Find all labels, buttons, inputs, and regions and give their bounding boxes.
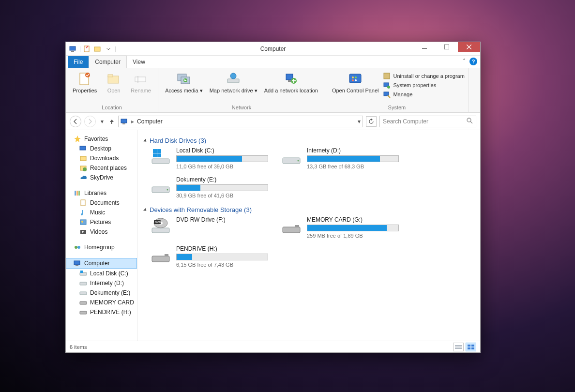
ribbon-group-system: Open Control Panel Uninstall or change a…: [325, 68, 469, 112]
svg-rect-36: [122, 123, 125, 124]
sidebar-item-skydrive[interactable]: SkyDrive: [66, 173, 137, 182]
expand-icon: [143, 208, 148, 212]
maximize-button[interactable]: [436, 42, 458, 52]
sidebar-item-memorycard-g[interactable]: MEMORY CARD: [66, 298, 137, 307]
manage-button[interactable]: Manage: [383, 90, 465, 98]
svg-rect-60: [80, 282, 87, 285]
address-dropdown-icon[interactable]: ▾: [358, 118, 361, 125]
svg-rect-44: [75, 191, 76, 196]
tab-file[interactable]: File: [68, 56, 89, 68]
view-tiles-button[interactable]: [466, 343, 476, 351]
svg-rect-21: [288, 80, 291, 82]
svg-rect-65: [153, 149, 157, 153]
close-button[interactable]: [458, 42, 480, 52]
drive-item[interactable]: DVDDVD RW Drive (F:): [150, 216, 266, 239]
forward-button: [84, 116, 96, 127]
help-icon[interactable]: ?: [469, 58, 477, 65]
drive-item[interactable]: MEMORY CARD (G:)259 MB free of 1,89 GB: [281, 216, 397, 239]
drive-free-text: 30,9 GB free of 41,6 GB: [176, 193, 268, 198]
svg-rect-62: [80, 302, 87, 304]
sidebar-item-videos[interactable]: Videos: [66, 227, 137, 237]
sidebar-item-recent[interactable]: Recent places: [66, 163, 137, 173]
svg-point-19: [230, 73, 236, 79]
title-bar: | | Computer: [66, 42, 480, 56]
sidebar-item-desktop[interactable]: Desktop: [66, 144, 137, 153]
capacity-bar: [307, 225, 399, 231]
svg-rect-25: [349, 74, 361, 83]
search-input[interactable]: [383, 118, 466, 125]
svg-rect-18: [227, 79, 239, 83]
svg-rect-41: [80, 156, 86, 161]
tab-computer[interactable]: Computer: [89, 56, 127, 68]
tab-view[interactable]: View: [127, 56, 151, 68]
navigation-row: ▾ ▸ Computer ▾: [66, 113, 480, 130]
properties-button[interactable]: Properties: [70, 70, 100, 95]
sidebar-item-music[interactable]: Music: [66, 208, 137, 217]
up-button[interactable]: [108, 119, 115, 124]
svg-rect-47: [81, 200, 85, 206]
svg-rect-66: [157, 149, 161, 153]
qat-properties-icon[interactable]: [83, 45, 91, 53]
add-network-location-button[interactable]: Add a network location: [261, 70, 321, 95]
recent-icon: [79, 164, 87, 172]
svg-rect-88: [471, 347, 474, 349]
sidebar-item-pendrive-h[interactable]: PENDRIVE (H:): [66, 307, 137, 317]
svg-rect-45: [76, 191, 78, 196]
qat-computer-icon[interactable]: [69, 45, 77, 53]
uninstall-program-button[interactable]: Uninstall or change a program: [383, 72, 465, 80]
svg-rect-67: [153, 153, 157, 157]
sidebar-item-pictures[interactable]: Pictures: [66, 217, 137, 227]
collapse-ribbon-icon[interactable]: ˄: [463, 58, 466, 65]
drive-name: DVD RW Drive (F:): [176, 216, 266, 223]
history-dropdown[interactable]: ▾: [99, 118, 106, 125]
svg-rect-80: [152, 256, 169, 262]
breadcrumb-root[interactable]: Computer: [137, 118, 163, 125]
drive-item[interactable]: PENDRIVE (H:)6,15 GB free of 7,43 GB: [150, 245, 266, 268]
sidebar-head-homegroup[interactable]: Homegroup: [66, 242, 137, 252]
sidebar-head-libraries[interactable]: Libraries: [66, 188, 137, 198]
sidebar-item-documents[interactable]: Documents: [66, 198, 137, 208]
drive-item[interactable]: Local Disk (C:)11,0 GB free of 39,0 GB: [150, 147, 266, 169]
svg-point-29: [355, 79, 357, 81]
status-bar: 6 items: [66, 341, 480, 352]
qat-newfolder-icon[interactable]: [93, 45, 102, 53]
category-removable[interactable]: Devices with Removable Storage (3): [144, 206, 473, 213]
view-details-button[interactable]: [453, 343, 464, 351]
sidebar-head-favorites[interactable]: Favorites: [66, 134, 137, 144]
access-media-button[interactable]: Access media ▾: [162, 70, 206, 95]
minimize-button[interactable]: [413, 42, 436, 52]
sidebar-item-downloads[interactable]: Downloads: [66, 153, 137, 163]
computer-icon: [121, 118, 128, 125]
svg-rect-86: [471, 345, 474, 347]
refresh-button[interactable]: [366, 116, 377, 127]
map-network-drive-button[interactable]: Map network drive ▾: [207, 70, 260, 95]
svg-point-32: [387, 86, 390, 89]
sidebar-item-dokumenty-e[interactable]: Dokumenty (E:): [66, 288, 137, 298]
qat-dropdown-icon[interactable]: [104, 45, 113, 53]
svg-point-37: [467, 118, 471, 122]
status-count: 6 items: [70, 344, 87, 350]
svg-rect-81: [165, 254, 168, 256]
address-bar[interactable]: ▸ Computer ▾: [118, 116, 363, 127]
drive-icon: [281, 147, 302, 166]
sidebar-favorites: Favorites Desktop Downloads Recent place…: [66, 134, 137, 182]
rename-button: Rename: [128, 70, 154, 95]
removable-icon: [79, 299, 87, 306]
open-control-panel-button[interactable]: Open Control Panel: [329, 70, 382, 95]
back-button[interactable]: [70, 116, 81, 127]
music-icon: [79, 209, 87, 216]
category-hdd[interactable]: Hard Disk Drives (3): [144, 137, 473, 144]
sidebar-item-internety-d[interactable]: Internety (D:): [66, 278, 137, 288]
drive-name: PENDRIVE (H:): [176, 245, 268, 252]
search-box[interactable]: [379, 116, 476, 127]
drive-item[interactable]: Dokumenty (E:)30,9 GB free of 41,6 GB: [150, 176, 266, 198]
search-icon: [466, 117, 473, 125]
svg-rect-64: [152, 159, 169, 164]
open-button: Open: [101, 70, 127, 95]
sidebar-head-computer[interactable]: Computer: [66, 258, 137, 269]
drive-free-text: 11,0 GB free of 39,0 GB: [176, 164, 268, 169]
sidebar-item-localdisk-c[interactable]: Local Disk (C:): [66, 269, 137, 278]
system-properties-button[interactable]: System properties: [383, 81, 465, 89]
drive-item[interactable]: Internety (D:)13,3 GB free of 68,3 GB: [281, 147, 397, 169]
drive-name: Internety (D:): [307, 147, 399, 154]
